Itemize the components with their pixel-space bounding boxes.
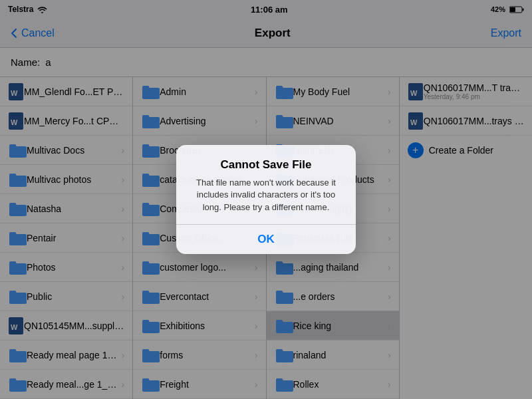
- modal-content: Cannot Save File That file name won't wo…: [176, 145, 356, 224]
- modal-ok-button[interactable]: OK: [176, 225, 356, 254]
- modal-overlay: Cannot Save File That file name won't wo…: [0, 0, 532, 399]
- modal-message: That file name won't work because it inc…: [187, 177, 345, 213]
- modal-title: Cannot Save File: [187, 158, 345, 172]
- cannot-save-modal: Cannot Save File That file name won't wo…: [176, 145, 356, 254]
